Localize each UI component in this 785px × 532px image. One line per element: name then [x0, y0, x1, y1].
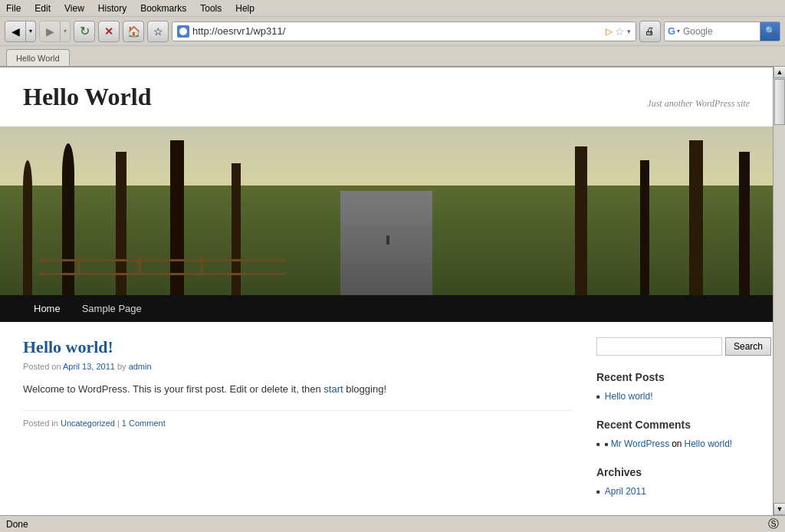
recent-posts-title: Recent Posts — [596, 371, 750, 383]
sidebar-search-form: Search — [596, 337, 750, 356]
wp-content: Hello world! Posted on April 13, 2011 by… — [23, 337, 573, 515]
status-bar: Done Ⓢ — [0, 515, 785, 532]
menu-bar: File Edit View History Bookmarks Tools H… — [0, 0, 785, 17]
post-title: Hello world! — [23, 337, 573, 357]
recent-comment-item-1: ■Mr WordPressonHello world! — [596, 437, 750, 451]
post-meta: Posted on April 13, 2011 by admin — [23, 362, 573, 371]
recent-posts-list: Hello world! — [596, 389, 750, 403]
menu-view[interactable]: View — [61, 3, 87, 14]
comments-link[interactable]: 1 Comment — [122, 419, 166, 428]
menu-edit[interactable]: Edit — [31, 3, 54, 14]
fence-top — [38, 259, 286, 261]
tree-7 — [689, 140, 703, 295]
tree-9 — [575, 146, 587, 295]
google-logo: G — [668, 25, 675, 37]
recent-post-link-1[interactable]: Hello world! — [605, 391, 653, 402]
fence-post-3 — [201, 256, 203, 274]
archives-list: April 2011 — [596, 484, 750, 498]
hero-image — [0, 126, 773, 295]
fence-post-1 — [77, 256, 80, 274]
status-right: Ⓢ — [768, 517, 779, 531]
archive-item-1: April 2011 — [596, 484, 750, 498]
nav-sample-page[interactable]: Sample Page — [71, 295, 153, 322]
wp-site: Hello World Just another WordPress site — [0, 67, 773, 515]
site-title: Hello World — [23, 83, 151, 111]
wp-sidebar: Search Recent Posts Hello world! Recent … — [596, 337, 750, 515]
browser-window: File Edit View History Bookmarks Tools H… — [0, 0, 785, 532]
fence-post-2 — [139, 256, 141, 274]
back-button[interactable]: ◀ — [5, 21, 26, 42]
home-button[interactable]: 🏠 — [123, 21, 144, 42]
search-input[interactable] — [683, 26, 760, 37]
search-bar: G ▾ 🔍 — [664, 21, 780, 41]
stop-button[interactable]: ✕ — [98, 21, 120, 42]
fence-bottom — [38, 273, 286, 275]
reload-button[interactable]: ↻ — [74, 21, 95, 42]
scene — [0, 126, 773, 295]
tab-label: Hello World — [16, 54, 60, 63]
search-go-button[interactable]: 🔍 — [760, 22, 780, 41]
site-tagline: Just another WordPress site — [647, 83, 750, 110]
scrollbar-track[interactable] — [774, 78, 785, 503]
print-button[interactable]: 🖨 — [639, 21, 661, 42]
search-engine-selector[interactable]: G ▾ — [665, 25, 683, 37]
webpage: Hello World Just another WordPress site — [0, 66, 773, 515]
rss-icon: ▷ — [606, 26, 613, 37]
post-title-link[interactable]: Hello world! — [23, 337, 113, 356]
status-icon: Ⓢ — [768, 517, 779, 531]
scroll-up-button[interactable]: ▲ — [774, 66, 785, 78]
url-dropdown[interactable]: ▾ — [627, 28, 631, 35]
bookmark-star-icon[interactable]: ☆ — [615, 25, 625, 38]
recent-post-item-1: Hello world! — [596, 389, 750, 403]
tree-5 — [232, 163, 241, 295]
posted-in-label: Posted in — [23, 419, 58, 428]
post-content: Welcome to WordPress. This is your first… — [23, 382, 573, 398]
tab-active[interactable]: Hello World — [6, 49, 70, 66]
content-area: Hello World Just another WordPress site — [0, 66, 785, 515]
wp-main: Hello world! Posted on April 13, 2011 by… — [0, 322, 773, 515]
toolbar: ◀ ▾ ▶ ▾ ↻ ✕ 🏠 ☆ ▷ ☆ ▾ 🖨 — [0, 17, 785, 46]
post-footer: Posted in Uncategorized | 1 Comment — [23, 410, 573, 428]
menu-tools[interactable]: Tools — [197, 3, 225, 14]
forward-dropdown[interactable]: ▾ — [60, 21, 71, 42]
scrollbar: ▲ ▼ — [773, 66, 785, 515]
scroll-down-button[interactable]: ▼ — [774, 503, 785, 515]
tabs-bar: Hello World — [0, 46, 785, 66]
url-input[interactable] — [192, 25, 603, 37]
sidebar-search-input[interactable] — [596, 337, 722, 356]
menu-file[interactable]: File — [3, 3, 24, 14]
url-icons: ▷ ☆ ▾ — [606, 25, 631, 38]
tree-8 — [640, 160, 649, 295]
wp-header: Hello World Just another WordPress site — [0, 67, 773, 126]
bookmark-button[interactable]: ☆ — [147, 21, 169, 42]
menu-bookmarks[interactable]: Bookmarks — [137, 3, 189, 14]
status-text: Done — [6, 519, 762, 530]
menu-history[interactable]: History — [95, 3, 130, 14]
archive-link-1[interactable]: April 2011 — [605, 486, 646, 497]
menu-help[interactable]: Help — [232, 3, 258, 14]
tree-6 — [739, 152, 750, 295]
url-bar: ▷ ☆ ▾ — [172, 21, 636, 41]
recent-comments-list: ■Mr WordPressonHello world! — [596, 437, 750, 451]
scrollbar-thumb[interactable] — [774, 79, 785, 125]
category-link[interactable]: Uncategorized — [61, 419, 115, 428]
person — [386, 235, 389, 245]
forward-button[interactable]: ▶ — [39, 21, 61, 42]
sidebar-search-button[interactable]: Search — [725, 337, 771, 356]
favicon — [177, 25, 189, 38]
back-dropdown[interactable]: ▾ — [25, 21, 36, 42]
nav-home[interactable]: Home — [23, 295, 71, 322]
search-engine-arrow: ▾ — [677, 28, 680, 34]
archives-title: Archives — [596, 466, 750, 478]
wp-nav: Home Sample Page — [0, 295, 773, 322]
start-link[interactable]: start — [324, 383, 343, 395]
recent-comments-title: Recent Comments — [596, 419, 750, 431]
tree-1 — [23, 160, 32, 295]
